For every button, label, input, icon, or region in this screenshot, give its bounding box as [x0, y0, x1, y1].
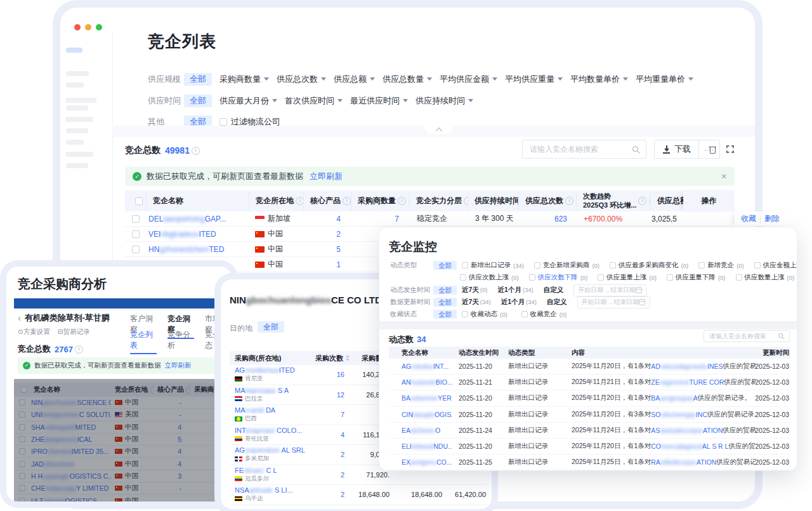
breadcrumb[interactable]: ‹ 有机磷类除草剂-草甘膦	[18, 312, 110, 324]
company-search[interactable]	[704, 330, 790, 342]
filter-dropdown[interactable]: 平均数量单价	[570, 74, 628, 85]
zoom-window-icon[interactable]	[96, 24, 102, 30]
checkbox-icon[interactable]	[521, 311, 528, 317]
custom-range-option[interactable]: 自定义	[547, 298, 567, 307]
company-name-link[interactable]: BAoshenme YER ...	[389, 390, 452, 406]
plan-settings-link[interactable]: ⊙方案设置	[18, 328, 50, 336]
supply-times[interactable]: 623	[518, 211, 576, 226]
purchase-times[interactable]: 7	[312, 405, 352, 425]
last-7-days-option[interactable]: 近7天(0)	[462, 286, 487, 295]
col-trend[interactable]: 次数趋势2025Q3 环比增...	[576, 190, 650, 211]
purchase-times[interactable]: 16	[312, 365, 352, 385]
trash-icon[interactable]	[709, 145, 716, 154]
favorite-option[interactable]: 收藏竞企(0)	[521, 310, 567, 319]
sidebar-item[interactable]	[66, 140, 84, 145]
type-option[interactable]: 供应重量下降(0)	[667, 273, 726, 282]
favorite-button[interactable]: 收藏	[741, 213, 756, 224]
row-checkbox[interactable]	[125, 227, 146, 241]
table-row[interactable]: AGroindus INT... 2025-11-20 新增出口记录 2025年…	[389, 359, 790, 375]
select-all-cell[interactable]	[125, 190, 146, 211]
filter-dropdown[interactable]: 供应总次数	[277, 74, 326, 85]
date-range-picker[interactable]: 开始日期→结束日期	[573, 284, 646, 296]
filter-dropdown[interactable]: 供应最大月份	[219, 95, 277, 107]
back-icon[interactable]: ‹	[18, 313, 21, 323]
type-option[interactable]: 供应次数上涨(0)	[460, 273, 519, 282]
last-7-days-option[interactable]: 近7天(34)	[462, 298, 491, 307]
buyer-name-link[interactable]: NSAgritrade S LI...	[235, 486, 293, 494]
checkbox-icon[interactable]	[460, 274, 466, 281]
close-icon[interactable]: ✕	[721, 172, 727, 181]
table-row[interactable]: BAoshenme YER ... 2025-11-20 新增出口记录 2025…	[389, 390, 790, 406]
refresh-now-link[interactable]: 立即刷新	[165, 361, 192, 370]
col-supply-times[interactable]: 供应总次数	[518, 190, 576, 211]
info-icon[interactable]	[638, 197, 646, 205]
table-row[interactable]: ELItebiond NDU... 2025-11-20 新增出口记录 2025…	[389, 439, 790, 455]
search-input[interactable]	[708, 332, 777, 340]
close-window-icon[interactable]	[74, 24, 81, 30]
type-option[interactable]: 供应重量上涨(0)	[598, 273, 657, 282]
col-duration[interactable]: 供应持续时间	[468, 190, 518, 211]
buyer-name-link[interactable]: FErtisaec C L	[235, 467, 277, 474]
company-name-link[interactable]: ANhuisinob BIO...	[389, 375, 452, 390]
table-row[interactable]: CINtasuplo OGIS... 2025-11-20 新增出口记录 202…	[389, 407, 790, 423]
subtab-competitor-list[interactable]: 竞企列表	[130, 329, 157, 354]
filter-dropdown[interactable]: 供应持续时间	[416, 95, 473, 107]
company-name-link[interactable]: CINtasuplo OGIS...	[389, 407, 452, 422]
company-name-link[interactable]: VEInbgtradecoITED	[146, 227, 249, 241]
table-row[interactable]: NSAgritrade S LI... 乌干达 2 18,648.00 18,6…	[230, 485, 487, 505]
checkbox-icon[interactable]	[132, 230, 140, 238]
sidebar-item[interactable]	[66, 128, 88, 133]
buyer-count[interactable]: 7	[351, 211, 409, 226]
sort-icon[interactable]	[346, 353, 351, 363]
filter-dropdown[interactable]: 供应总额	[334, 74, 375, 85]
checkbox-icon[interactable]	[462, 262, 468, 269]
purchase-times[interactable]: 2	[312, 445, 352, 465]
sidebar-item[interactable]	[66, 163, 88, 168]
type-option[interactable]: 竞企新增采购商(0)	[534, 261, 599, 270]
company-name-link[interactable]: EXportgenc CO...	[389, 455, 452, 470]
core-product-count[interactable]: 5	[303, 242, 351, 256]
info-icon[interactable]	[565, 197, 573, 205]
buyer-name-link[interactable]: AGroquimdom AL SRL	[235, 446, 305, 454]
filter-all-badge[interactable]: 全部	[433, 310, 457, 319]
favorite-option[interactable]: 收藏动态(0)	[462, 310, 508, 319]
table-row[interactable]: EAstchemc O 2025-11-24 新增出口记录 2025年11月24…	[389, 423, 790, 439]
info-icon[interactable]	[398, 197, 406, 205]
checkbox-icon[interactable]	[529, 274, 535, 281]
info-icon[interactable]	[192, 147, 200, 155]
info-icon[interactable]	[343, 197, 351, 205]
buyer-name-link[interactable]: MArcantil DA	[235, 406, 275, 414]
core-product-count[interactable]: 1	[303, 257, 351, 272]
filter-dropdown[interactable]: 供应总数量	[383, 74, 432, 85]
trade-records-link[interactable]: ⊟贸易记录	[58, 328, 90, 336]
table-row[interactable]: EXportgenc CO... 2025-11-25 新增出口记录 2025年…	[389, 455, 790, 470]
checkbox-icon[interactable]	[698, 262, 705, 269]
company-name-link[interactable]: EAstchemc O	[389, 423, 452, 438]
info-icon[interactable]	[75, 345, 83, 354]
date-range-picker[interactable]: 开始日期→结束日期	[577, 296, 650, 309]
table-row[interactable]: ANhuisinob BIO... 2025-11-21 新增出口记录 2025…	[389, 375, 790, 390]
col-buyer-count[interactable]: 采购商数量	[351, 190, 409, 211]
search-icon[interactable]	[632, 145, 640, 154]
subtab-competition-analysis[interactable]: 竞争分析	[167, 329, 194, 354]
sidebar-item[interactable]	[65, 117, 93, 122]
filter-dropdown[interactable]: 首次供应时间	[285, 95, 343, 107]
info-icon[interactable]	[296, 197, 303, 205]
filter-dropdown[interactable]: 采购商数量	[219, 74, 269, 85]
filter-dropdown[interactable]: 最近供应时间	[350, 95, 408, 107]
row-checkbox[interactable]	[125, 211, 146, 226]
company-search[interactable]	[522, 140, 646, 159]
filter-all-badge[interactable]: 全部	[184, 73, 212, 86]
last-month-option[interactable]: 近1个月(34)	[501, 298, 537, 307]
company-name-link[interactable]: AGroindus INT...	[389, 359, 452, 374]
purchase-times[interactable]: 2	[312, 465, 352, 485]
col-purchase-times[interactable]: 采购次数	[312, 351, 352, 365]
checkbox-icon[interactable]	[219, 118, 227, 126]
custom-range-option[interactable]: 自定义	[544, 286, 564, 295]
sidebar-item[interactable]	[66, 71, 89, 76]
filter-all-badge[interactable]: 全部	[433, 261, 457, 270]
checkbox-icon[interactable]	[534, 262, 540, 269]
checkbox-icon[interactable]	[667, 274, 673, 281]
checkbox-icon[interactable]	[754, 262, 761, 269]
buyer-name-link[interactable]: INTeragroqui COLO...	[235, 427, 302, 434]
